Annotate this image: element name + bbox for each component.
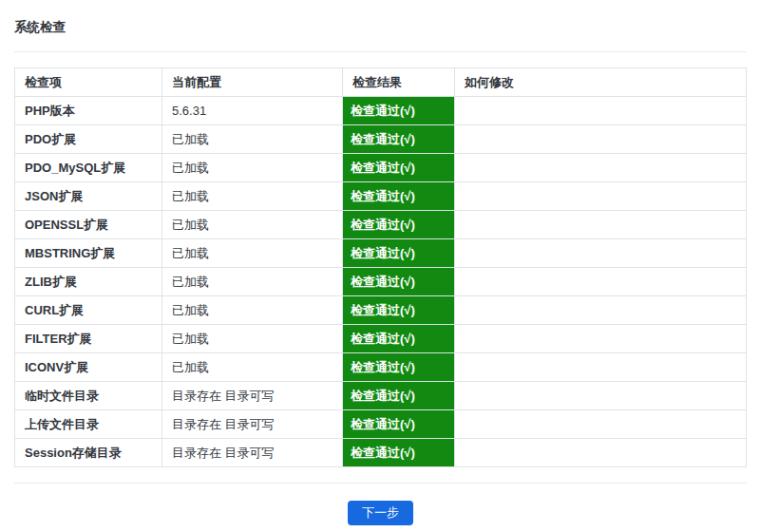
table-header: 检查项 当前配置 检查结果 如何修改 <box>15 68 747 97</box>
column-header-current-config: 当前配置 <box>162 68 343 97</box>
fix-suggestion-cell <box>455 97 747 125</box>
fix-suggestion-cell <box>455 353 747 382</box>
current-config-cell: 已加载 <box>162 239 343 268</box>
table-row: PHP版本 5.6.31 检查通过(√) <box>15 97 747 125</box>
check-item-cell: ICONV扩展 <box>15 353 162 382</box>
table-row: 上传文件目录 目录存在 目录可写 检查通过(√) <box>15 410 747 439</box>
check-item-cell: Session存储目录 <box>15 439 162 467</box>
check-result-badge: 检查通过(√) <box>343 211 455 239</box>
table-row: ICONV扩展 已加载 检查通过(√) <box>15 353 747 382</box>
footer-divider <box>14 483 747 484</box>
column-header-how-to-fix: 如何修改 <box>455 68 747 97</box>
header-row: 检查项 当前配置 检查结果 如何修改 <box>15 68 747 97</box>
current-config-cell: 已加载 <box>162 154 343 182</box>
current-config-cell: 已加载 <box>162 125 343 154</box>
fix-suggestion-cell <box>455 182 747 211</box>
install-check-page: 系统检查 检查项 当前配置 检查结果 如何修改 PHP版本 5.6.31 检查通… <box>14 0 747 525</box>
check-item-cell: OPENSSL扩展 <box>15 211 162 239</box>
table-row: CURL扩展 已加载 检查通过(√) <box>15 296 747 325</box>
current-config-cell: 5.6.31 <box>162 97 343 125</box>
check-item-cell: JSON扩展 <box>15 182 162 211</box>
table-row: OPENSSL扩展 已加载 检查通过(√) <box>15 211 747 239</box>
check-result-badge: 检查通过(√) <box>343 296 455 325</box>
table-row: PDO扩展 已加载 检查通过(√) <box>15 125 747 154</box>
current-config-cell: 已加载 <box>162 211 343 239</box>
next-step-button[interactable]: 下一步 <box>348 501 413 525</box>
fix-suggestion-cell <box>455 296 747 325</box>
table-row: 临时文件目录 目录存在 目录可写 检查通过(√) <box>15 382 747 410</box>
check-item-cell: ZLIB扩展 <box>15 268 162 296</box>
table-row: PDO_MySQL扩展 已加载 检查通过(√) <box>15 154 747 182</box>
fix-suggestion-cell <box>455 382 747 410</box>
current-config-cell: 已加载 <box>162 325 343 353</box>
check-item-cell: PDO_MySQL扩展 <box>15 154 162 182</box>
check-result-badge: 检查通过(√) <box>343 382 455 410</box>
table-row: FILTER扩展 已加载 检查通过(√) <box>15 325 747 353</box>
check-item-cell: 临时文件目录 <box>15 382 162 410</box>
fix-suggestion-cell <box>455 410 747 439</box>
table-body: PHP版本 5.6.31 检查通过(√) PDO扩展 已加载 检查通过(√) P… <box>15 97 747 467</box>
fix-suggestion-cell <box>455 125 747 154</box>
check-result-badge: 检查通过(√) <box>343 410 455 439</box>
page-title: 系统检查 <box>14 19 747 36</box>
check-result-badge: 检查通过(√) <box>343 439 455 467</box>
check-result-badge: 检查通过(√) <box>343 182 455 211</box>
check-item-cell: FILTER扩展 <box>15 325 162 353</box>
current-config-cell: 目录存在 目录可写 <box>162 410 343 439</box>
table-row: Session存储目录 目录存在 目录可写 检查通过(√) <box>15 439 747 467</box>
column-header-check-item: 检查项 <box>15 68 162 97</box>
check-result-badge: 检查通过(√) <box>343 325 455 353</box>
current-config-cell: 目录存在 目录可写 <box>162 382 343 410</box>
current-config-cell: 目录存在 目录可写 <box>162 439 343 467</box>
current-config-cell: 已加载 <box>162 353 343 382</box>
check-item-cell: CURL扩展 <box>15 296 162 325</box>
check-result-badge: 检查通过(√) <box>343 268 455 296</box>
fix-suggestion-cell <box>455 239 747 268</box>
check-item-cell: PHP版本 <box>15 97 162 125</box>
check-item-cell: 上传文件目录 <box>15 410 162 439</box>
check-result-badge: 检查通过(√) <box>343 125 455 154</box>
column-header-check-result: 检查结果 <box>343 68 455 97</box>
fix-suggestion-cell <box>455 439 747 467</box>
check-item-cell: MBSTRING扩展 <box>15 239 162 268</box>
system-check-table: 检查项 当前配置 检查结果 如何修改 PHP版本 5.6.31 检查通过(√) … <box>14 67 747 467</box>
title-divider <box>14 51 747 52</box>
footer-actions: 下一步 <box>14 501 747 525</box>
check-result-badge: 检查通过(√) <box>343 239 455 268</box>
current-config-cell: 已加载 <box>162 296 343 325</box>
check-result-badge: 检查通过(√) <box>343 154 455 182</box>
check-result-badge: 检查通过(√) <box>343 97 455 125</box>
table-row: MBSTRING扩展 已加载 检查通过(√) <box>15 239 747 268</box>
current-config-cell: 已加载 <box>162 182 343 211</box>
check-result-badge: 检查通过(√) <box>343 353 455 382</box>
table-row: ZLIB扩展 已加载 检查通过(√) <box>15 268 747 296</box>
fix-suggestion-cell <box>455 268 747 296</box>
table-row: JSON扩展 已加载 检查通过(√) <box>15 182 747 211</box>
check-item-cell: PDO扩展 <box>15 125 162 154</box>
fix-suggestion-cell <box>455 211 747 239</box>
fix-suggestion-cell <box>455 154 747 182</box>
fix-suggestion-cell <box>455 325 747 353</box>
current-config-cell: 已加载 <box>162 268 343 296</box>
